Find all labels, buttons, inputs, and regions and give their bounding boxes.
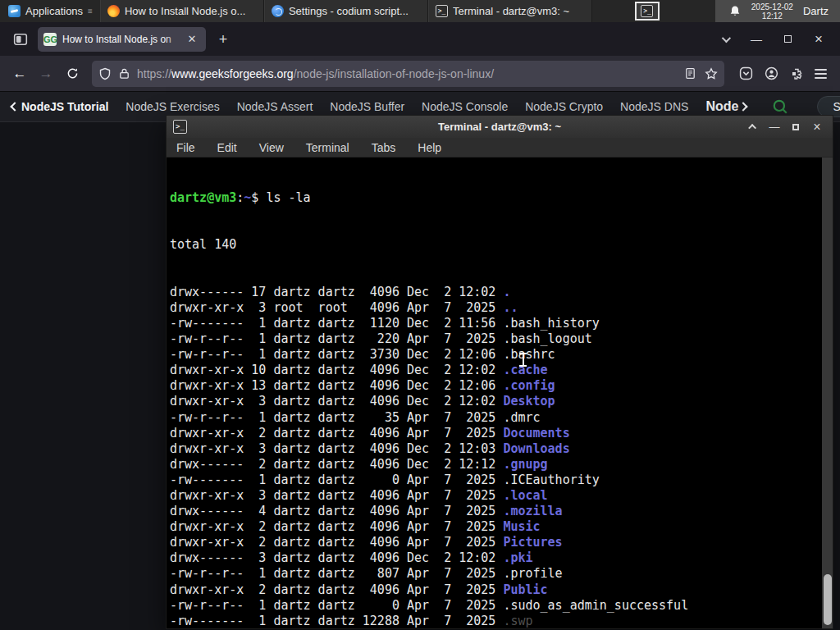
nav-overflow-link[interactable]: Node bbox=[705, 99, 746, 114]
list-tabs-chevron-icon[interactable] bbox=[714, 29, 737, 50]
file-name: Desktop bbox=[503, 394, 555, 409]
file-name: Music bbox=[503, 519, 540, 534]
file-name: .config bbox=[503, 378, 555, 393]
panel-username[interactable]: Dartz bbox=[803, 5, 832, 17]
terminal-menu-file[interactable]: File bbox=[176, 141, 195, 154]
terminal-output-row: drwxr-xr-x 3 dartz dartz 4096 Dec 2 12:0… bbox=[170, 441, 819, 457]
prompt-user: dartz@vm3 bbox=[170, 190, 236, 205]
notifications-bell-icon[interactable] bbox=[728, 5, 742, 18]
terminal-shade-button[interactable] bbox=[744, 119, 762, 135]
terminal-output-row: drwxr-xr-x 2 dartz dartz 4096 Apr 7 2025… bbox=[170, 426, 819, 441]
file-name: .bashrc bbox=[503, 347, 555, 362]
tab-close-icon[interactable]: ✕ bbox=[184, 31, 200, 48]
tab-active[interactable]: GG How to Install Node.js on ✕ bbox=[38, 27, 206, 52]
file-name: .ICEauthority bbox=[503, 472, 599, 487]
terminal-menu-view[interactable]: View bbox=[259, 141, 284, 154]
terminal-output-row: drwx------ 3 dartz dartz 4096 Dec 2 12:0… bbox=[170, 550, 819, 566]
terminal-output-row: -rw------- 1 dartz dartz 1120 Dec 2 11:5… bbox=[170, 316, 819, 331]
extensions-icon[interactable] bbox=[790, 67, 803, 80]
prompt-path: ~ bbox=[244, 190, 251, 205]
nav-link[interactable]: NodeJS Buffer bbox=[330, 100, 404, 113]
terminal-icon: >_ bbox=[436, 5, 448, 17]
tray-terminal-icon: >_ bbox=[641, 5, 653, 17]
terminal-menu-edit[interactable]: Edit bbox=[217, 141, 237, 154]
applications-label: Applications bbox=[25, 5, 83, 17]
firefox-view-icon[interactable] bbox=[8, 28, 33, 51]
clock-date: 2025-12-02 bbox=[751, 2, 793, 11]
terminal-output-row: -rw------- 1 dartz dartz 12288 Apr 7 202… bbox=[170, 614, 819, 628]
terminal-body[interactable]: dartz@vm3:~$ ls -la total 140 drwx------… bbox=[167, 158, 833, 628]
tab-title: How to Install Node.js on bbox=[62, 34, 178, 45]
terminal-output-row: drwx------ 2 dartz dartz 4096 Dec 2 12:1… bbox=[170, 457, 819, 472]
terminal-total-line: total 140 bbox=[170, 237, 819, 253]
lock-icon[interactable] bbox=[118, 67, 130, 80]
chevron-left-icon bbox=[10, 102, 19, 111]
pocket-icon[interactable] bbox=[739, 66, 753, 80]
account-icon[interactable] bbox=[765, 66, 778, 80]
hamburger-menu-icon[interactable] bbox=[815, 69, 827, 79]
new-tab-button[interactable]: + bbox=[211, 28, 235, 51]
nav-links: NodeJS ExercisesNodeJS AssertNodeJS Buff… bbox=[126, 100, 688, 113]
file-name: .cache bbox=[503, 363, 547, 377]
nav-link[interactable]: NodeJS Crypto bbox=[525, 100, 603, 113]
file-name: . bbox=[503, 285, 510, 299]
taskbar-item-firefox[interactable]: How to Install Node.js o... bbox=[100, 0, 264, 22]
reader-mode-icon[interactable] bbox=[684, 67, 696, 80]
url-path: /node-js/installation-of-node-js-on-linu… bbox=[294, 67, 494, 80]
taskbar-item-label: Terminal - dartz@vm3: ~ bbox=[453, 5, 569, 17]
terminal-output-row: drwx------ 17 dartz dartz 4096 Dec 2 12:… bbox=[170, 285, 819, 300]
nav-primary-link[interactable]: NodeJS Tutorial bbox=[11, 100, 108, 113]
url-scheme: https:// bbox=[137, 67, 171, 80]
back-button[interactable]: ← bbox=[7, 62, 33, 86]
terminal-scrollbar-thumb[interactable] bbox=[824, 574, 832, 625]
shield-icon[interactable] bbox=[98, 67, 112, 80]
nav-link[interactable]: NodeJS Console bbox=[422, 100, 508, 113]
search-icon[interactable] bbox=[772, 98, 788, 116]
file-name: .. bbox=[503, 300, 518, 315]
forward-button[interactable]: → bbox=[33, 62, 59, 86]
workspace-pager[interactable]: >_ bbox=[635, 0, 660, 22]
pager-active-window[interactable]: >_ bbox=[635, 2, 660, 21]
file-name: .bash_logout bbox=[503, 331, 591, 346]
reload-button[interactable] bbox=[59, 62, 85, 86]
terminal-prompt-line: dartz@vm3:~$ ls -la bbox=[170, 190, 819, 206]
terminal-output-row: drwxr-xr-x 13 dartz dartz 4096 Dec 2 12:… bbox=[170, 378, 819, 394]
window-minimize-button[interactable]: — bbox=[745, 29, 768, 50]
chevron-right-icon bbox=[739, 102, 748, 111]
file-name: .mozilla bbox=[503, 504, 562, 518]
url-bar[interactable]: https://www.geeksforgeeks.org/node-js/in… bbox=[92, 61, 724, 87]
file-name: Downloads bbox=[503, 441, 569, 456]
file-name: .bash_history bbox=[503, 316, 599, 331]
terminal-output-row: drwxr-xr-x 2 dartz dartz 4096 Apr 7 2025… bbox=[170, 519, 819, 535]
terminal-menu-help[interactable]: Help bbox=[418, 141, 441, 154]
file-name: .profile bbox=[503, 566, 562, 581]
terminal-menu-tabs[interactable]: Tabs bbox=[372, 141, 396, 154]
terminal-menubar: FileEditViewTerminalTabsHelp bbox=[167, 138, 833, 158]
file-name: Documents bbox=[503, 426, 569, 441]
url-domain: www.geeksforgeeks.org bbox=[171, 67, 294, 80]
terminal-output-row: -rw-r--r-- 1 dartz dartz 220 Apr 7 2025 … bbox=[170, 331, 819, 347]
bookmark-star-icon[interactable] bbox=[705, 67, 718, 80]
terminal-output-row: -rw-r--r-- 1 dartz dartz 35 Apr 7 2025 .… bbox=[170, 410, 819, 426]
terminal-titlebar[interactable]: >_ Terminal - dartz@vm3: ~ — × bbox=[167, 116, 833, 138]
panel-clock[interactable]: 2025-12-02 12:12 bbox=[751, 2, 793, 21]
window-maximize-button[interactable] bbox=[776, 29, 799, 50]
window-close-button[interactable]: × bbox=[807, 29, 830, 50]
terminal-output-row: -rw------- 1 dartz dartz 0 Apr 7 2025 .I… bbox=[170, 472, 819, 488]
terminal-menu-terminal[interactable]: Terminal bbox=[306, 141, 349, 154]
top-panel: Applications ≡ How to Install Node.js o.… bbox=[0, 0, 840, 22]
taskbar-item-vscodium[interactable]: Settings - codium script... bbox=[264, 0, 428, 22]
terminal-close-button[interactable]: × bbox=[808, 119, 826, 135]
terminal-scrollbar[interactable] bbox=[822, 158, 833, 628]
firefox-icon bbox=[107, 5, 120, 17]
terminal-window: >_ Terminal - dartz@vm3: ~ — × FileEditV… bbox=[166, 115, 833, 629]
taskbar-item-terminal[interactable]: >_Terminal - dartz@vm3: ~ bbox=[428, 0, 592, 22]
nav-link[interactable]: NodeJS Assert bbox=[237, 100, 313, 113]
tab-bar: GG How to Install Node.js on ✕ + — × bbox=[0, 22, 840, 56]
terminal-minimize-button[interactable]: — bbox=[765, 119, 783, 135]
applications-button[interactable]: Applications ≡ bbox=[0, 0, 100, 22]
file-name: .pki bbox=[503, 550, 532, 565]
nav-link[interactable]: NodeJS Exercises bbox=[126, 100, 219, 113]
terminal-maximize-button[interactable] bbox=[787, 119, 805, 135]
nav-link[interactable]: NodeJS DNS bbox=[620, 100, 688, 113]
